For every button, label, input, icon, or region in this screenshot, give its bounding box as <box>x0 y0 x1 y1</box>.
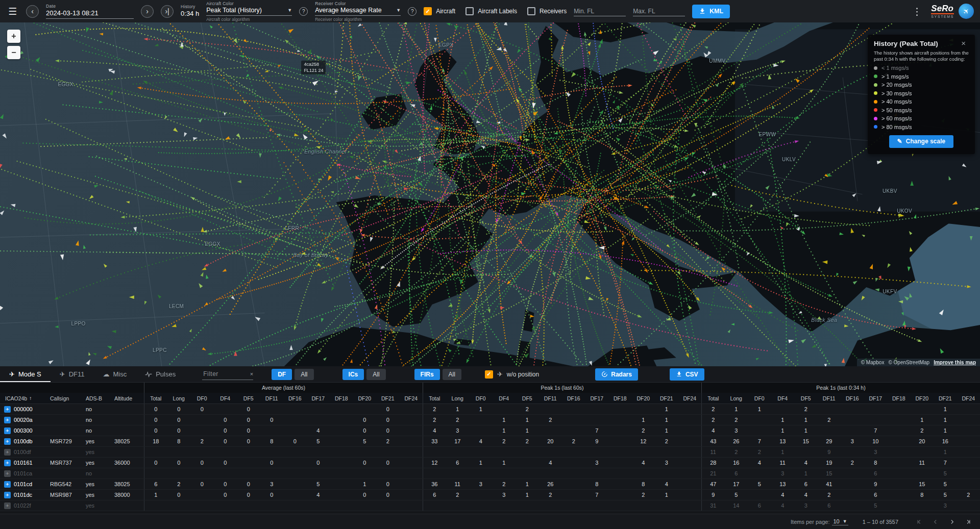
wo-position-toggle[interactable]: ✓ ✈ w/o position <box>485 370 539 379</box>
mapbox-credit[interactable]: © Mapbox <box>861 360 885 365</box>
next-page-button[interactable] <box>945 515 959 528</box>
column-header[interactable]: ADS-B <box>81 395 109 401</box>
overflow-menu-icon[interactable]: ⋮ <box>910 7 924 16</box>
row-map-toggle[interactable]: ✈ <box>4 449 11 456</box>
tab-pulses[interactable]: Pulses <box>136 366 185 382</box>
aircraft-color-help-button[interactable]: ? <box>299 7 308 16</box>
column-header[interactable]: DF0 <box>469 393 493 404</box>
table-row[interactable]: ✈00020ano000000022112112211211 <box>0 415 980 425</box>
column-header[interactable]: DF24 <box>400 393 423 404</box>
improve-map-link[interactable]: Improve this map <box>934 360 976 365</box>
aircraft-color-select[interactable]: Aircraft Color Peak Total (History) ▼ Ai… <box>206 1 292 22</box>
column-header[interactable]: DF17 <box>864 393 888 404</box>
column-header[interactable]: DF17 <box>307 393 330 404</box>
prev-page-button[interactable] <box>929 515 942 528</box>
filter-input[interactable] <box>202 370 250 378</box>
date-input[interactable] <box>46 9 134 19</box>
map-canvas[interactable] <box>0 22 980 366</box>
table-row[interactable]: ✈000000no000002112121121 <box>0 404 980 415</box>
tab-mode-s[interactable]: ✈Mode S <box>0 366 51 382</box>
df-toggle-button[interactable]: DF <box>272 369 292 380</box>
column-header[interactable]: DF20 <box>911 393 934 404</box>
table-row[interactable]: ✈0101cdRBG542yes380256200035103611321268… <box>0 479 980 490</box>
row-map-toggle[interactable]: ✈ <box>4 427 11 434</box>
table-row[interactable]: ✈0100dfyes11221931 <box>0 447 980 458</box>
change-scale-button[interactable]: ✎ Change scale <box>889 135 953 148</box>
column-header[interactable]: DF4 <box>771 393 795 404</box>
date-prev-button[interactable]: ‹ <box>26 5 39 18</box>
row-map-toggle[interactable]: ✈ <box>4 438 11 445</box>
firs-toggle-button[interactable]: FIRs <box>414 369 440 380</box>
checkbox[interactable]: ✓ <box>424 7 432 15</box>
min-fl-input[interactable] <box>574 7 626 16</box>
table-row[interactable]: ✈0101dcMSR987yes380001000040062312721954… <box>0 490 980 500</box>
date-last-button[interactable]: ›| <box>161 5 174 18</box>
csv-download-button[interactable]: CSV <box>670 368 704 381</box>
column-header[interactable]: Callsign <box>45 395 81 401</box>
column-header[interactable]: Total <box>701 393 725 404</box>
column-header[interactable]: Total <box>423 393 446 404</box>
osm-credit[interactable]: © OpenStreetMap <box>888 360 929 365</box>
first-page-button[interactable] <box>913 515 926 528</box>
column-header[interactable]: DF4 <box>214 393 237 404</box>
layer-toggle-aircraft[interactable]: ✓Aircraft <box>424 7 455 15</box>
column-header[interactable]: DF0 <box>748 393 771 404</box>
column-header[interactable]: DF5 <box>516 393 539 404</box>
column-header[interactable]: DF18 <box>887 393 911 404</box>
column-header[interactable]: DF21 <box>655 393 678 404</box>
column-header[interactable]: DF16 <box>562 393 585 404</box>
items-per-page-select[interactable]: Items per page: 10 ▼ <box>791 518 848 525</box>
layer-toggle-aircraft-labels[interactable]: Aircraft Labels <box>465 7 517 15</box>
column-header[interactable]: DF5 <box>794 393 818 404</box>
history-value[interactable]: 0:34 h <box>181 9 199 19</box>
table-row[interactable]: ✈0101cano216311565 <box>0 468 980 479</box>
receiver-color-select[interactable]: Receiver Color Average Message Rate ▼ Re… <box>315 1 401 22</box>
table-row[interactable]: ✈0100dbMSR729yes380251882008055233174222… <box>0 436 980 447</box>
column-header[interactable]: DF16 <box>841 393 864 404</box>
column-header[interactable]: DF24 <box>678 393 702 404</box>
checkbox[interactable] <box>527 7 535 15</box>
checkbox[interactable]: ✓ <box>485 370 493 379</box>
ics-all-button[interactable]: All <box>366 369 385 380</box>
column-header[interactable]: DF11 <box>818 393 841 404</box>
row-map-toggle[interactable]: ✈ <box>4 406 11 413</box>
column-header[interactable]: DF17 <box>585 393 609 404</box>
column-header[interactable]: DF21 <box>376 393 400 404</box>
row-map-toggle[interactable]: ✈ <box>4 460 11 466</box>
column-header[interactable]: DF0 <box>190 393 214 404</box>
column-header[interactable]: DF4 <box>493 393 516 404</box>
table-row[interactable]: ✈01022fyes3114643653 <box>0 500 980 511</box>
date-next-button[interactable]: › <box>141 5 154 18</box>
column-header[interactable]: DF20 <box>632 393 655 404</box>
max-fl-input[interactable] <box>633 7 685 16</box>
row-map-toggle[interactable]: ✈ <box>4 417 11 423</box>
column-header[interactable]: ICAO24b↑ <box>0 395 45 401</box>
column-header[interactable]: DF18 <box>608 393 632 404</box>
row-map-toggle[interactable]: ✈ <box>4 470 11 477</box>
ics-toggle-button[interactable]: ICs <box>342 369 364 380</box>
menu-icon[interactable]: ☰ <box>6 7 19 16</box>
column-header[interactable]: DF24 <box>957 393 980 404</box>
column-header[interactable]: Altitude <box>109 395 144 401</box>
zoom-out-button[interactable]: − <box>7 46 20 59</box>
receiver-color-help-button[interactable]: ? <box>408 7 416 16</box>
column-header[interactable]: DF5 <box>237 393 260 404</box>
last-page-button[interactable] <box>962 515 975 528</box>
zoom-in-button[interactable]: + <box>7 30 20 43</box>
radars-button[interactable]: Radars <box>595 368 638 381</box>
column-header[interactable]: DF18 <box>330 393 353 404</box>
close-icon[interactable]: × <box>958 40 969 47</box>
table-row[interactable]: ✈000300no000040043117214311721 <box>0 425 980 436</box>
row-map-toggle[interactable]: ✈ <box>4 502 11 509</box>
column-header[interactable]: Total <box>144 393 167 404</box>
column-header[interactable]: DF11 <box>260 393 284 404</box>
column-header[interactable]: DF21 <box>934 393 957 404</box>
clear-filter-icon[interactable]: × <box>250 371 253 377</box>
checkbox[interactable] <box>465 7 474 15</box>
column-header[interactable]: DF11 <box>539 393 562 404</box>
column-header[interactable]: Long <box>446 393 470 404</box>
firs-all-button[interactable]: All <box>443 369 461 380</box>
column-header[interactable]: DF20 <box>353 393 377 404</box>
column-header[interactable]: DF16 <box>283 393 307 404</box>
row-map-toggle[interactable]: ✈ <box>4 492 11 498</box>
